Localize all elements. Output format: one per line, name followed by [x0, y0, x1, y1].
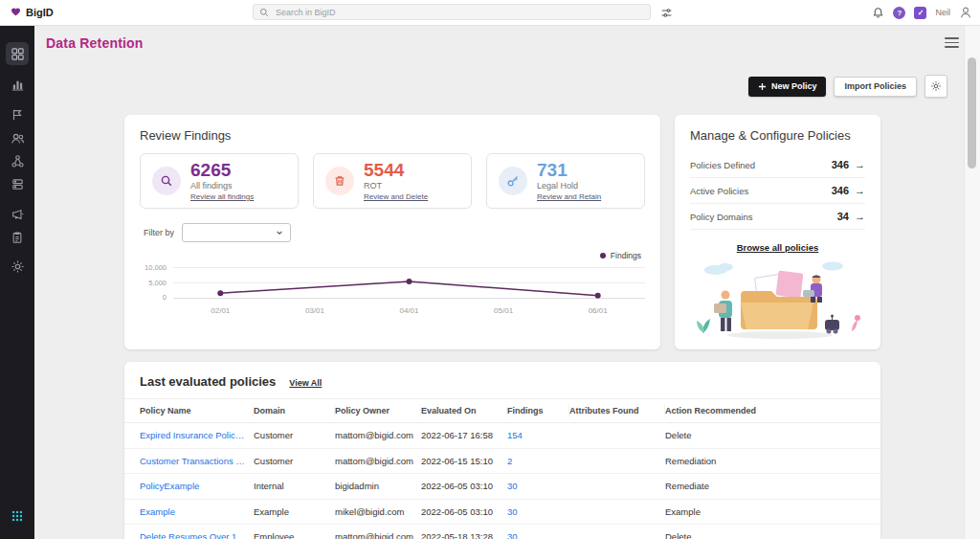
- apps-grid-icon: [11, 509, 24, 523]
- view-all-link[interactable]: View All: [289, 378, 322, 388]
- sidebar-item-settings[interactable]: [6, 255, 29, 278]
- search-icon: [259, 8, 269, 17]
- review-and-delete-link[interactable]: Review and Delete: [364, 192, 428, 201]
- manage-policies-title: Manage & Configure Policies: [675, 115, 880, 143]
- stat-all-findings[interactable]: 6265 All findings Review all findings: [140, 153, 299, 209]
- cell-action: Example: [665, 506, 880, 517]
- manage-policies-card: Manage & Configure Policies Policies Def…: [675, 115, 880, 349]
- sidebar-item-reports[interactable]: [6, 73, 29, 96]
- findings-link[interactable]: 30: [507, 506, 569, 517]
- cell-domain: Example: [254, 506, 335, 517]
- filter-label: Filter by: [144, 228, 174, 237]
- page-title: Data Retention: [46, 35, 144, 51]
- users-icon: [11, 131, 25, 146]
- col-attributes-found[interactable]: Attributes Found: [569, 404, 665, 417]
- trash-icon: [325, 167, 354, 195]
- review-all-findings-link[interactable]: Review all findings: [190, 192, 254, 201]
- policy-settings-button[interactable]: [924, 75, 947, 98]
- findings-link[interactable]: 154: [507, 430, 569, 440]
- policy-domains-row[interactable]: Policy Domains 34→: [690, 204, 865, 230]
- brand[interactable]: BigID: [0, 7, 54, 19]
- cell-action: Remediation: [665, 456, 880, 466]
- help-icon[interactable]: ?: [893, 7, 905, 19]
- x-tick: 04/01: [362, 306, 457, 315]
- table-row[interactable]: Delete Resumes Over 1 Year Old Employee …: [124, 525, 880, 539]
- sidebar-nav: [0, 25, 34, 539]
- col-policy-name[interactable]: Policy Name: [124, 404, 254, 417]
- sidebar-item-alerts[interactable]: [6, 203, 29, 226]
- new-policy-button[interactable]: New Policy: [748, 77, 827, 97]
- findings-link[interactable]: 30: [507, 531, 569, 539]
- col-action-recommended[interactable]: Action Recommended: [665, 404, 880, 417]
- arrow-right-icon: →: [855, 185, 865, 196]
- cell-action: Remediate: [665, 481, 880, 491]
- row-label: Policies Defined: [690, 160, 755, 170]
- cell-domain: Employee: [254, 531, 335, 539]
- review-findings-title: Review Findings: [124, 115, 660, 143]
- findings-link[interactable]: 30: [507, 481, 569, 491]
- col-domain[interactable]: Domain: [254, 404, 335, 417]
- policy-name-link[interactable]: PolicyExample: [124, 481, 254, 491]
- sidebar-item-data-sources[interactable]: [6, 172, 29, 195]
- cell-evaluated: 2022-06-05 03:10: [421, 481, 507, 491]
- user-name: Neil: [935, 8, 950, 17]
- policy-name-link[interactable]: Expired Insurance Policies: [124, 430, 254, 440]
- table-title: Last evaluated policies: [140, 374, 276, 389]
- magnifier-icon: [152, 167, 181, 195]
- cell-evaluated: 2022-06-17 16:58: [421, 430, 507, 440]
- filter-dropdown[interactable]: [182, 223, 291, 242]
- filter-row: Filter by: [124, 209, 660, 242]
- search-input[interactable]: [274, 7, 644, 18]
- x-tick: 05/01: [457, 306, 551, 315]
- col-policy-owner[interactable]: Policy Owner: [335, 404, 421, 417]
- stat-label: ROT: [364, 181, 428, 191]
- col-evaluated-on[interactable]: Evaluated On: [421, 404, 507, 417]
- top-bar: BigID ? ✓ Neil: [0, 0, 980, 26]
- stat-legal-hold[interactable]: 731 Legal Hold Review and Retain: [486, 153, 645, 209]
- sidebar-item-cluster-analysis[interactable]: [6, 149, 29, 172]
- cell-domain: Customer: [254, 430, 335, 440]
- evaluated-policies-card: Last evaluated policies View All Policy …: [124, 362, 880, 539]
- search-filters-icon[interactable]: [658, 5, 674, 20]
- table-row[interactable]: Expired Insurance Policies Customer matt…: [124, 423, 880, 449]
- y-tick: 5,000: [148, 279, 167, 287]
- row-label: Policy Domains: [690, 212, 752, 222]
- cell-owner: bigidadmin: [335, 481, 421, 491]
- chart-plot-area: [173, 267, 645, 298]
- sidebar-item-policies[interactable]: [6, 103, 29, 126]
- row-value: 346: [832, 159, 849, 170]
- sidebar-item-audit[interactable]: [6, 226, 29, 249]
- col-findings[interactable]: Findings: [507, 404, 569, 417]
- review-and-retain-link[interactable]: Review and Retain: [537, 192, 601, 201]
- policies-defined-row[interactable]: Policies Defined 346→: [690, 152, 865, 178]
- tasks-check-icon[interactable]: ✓: [914, 7, 926, 19]
- findings-link[interactable]: 2: [507, 456, 569, 466]
- sidebar-item-identity-access[interactable]: [6, 126, 29, 149]
- table-row[interactable]: Example Example mikel@bigid.com 2022-06-…: [124, 500, 880, 526]
- notifications-bell-icon[interactable]: [872, 7, 884, 19]
- page-scrollbar[interactable]: [964, 25, 980, 539]
- import-policies-button[interactable]: Import Policies: [834, 77, 917, 97]
- flag-icon: [11, 108, 24, 122]
- findings-chart-line: [173, 267, 645, 298]
- table-row[interactable]: PolicyExample Internal bigidadmin 2022-0…: [124, 474, 880, 500]
- sidebar-item-dashboard[interactable]: [6, 42, 29, 65]
- active-policies-row[interactable]: Active Policies 346→: [690, 178, 865, 204]
- page-menu-icon[interactable]: [945, 37, 959, 48]
- findings-stats: 6265 All findings Review all findings 55…: [124, 143, 660, 209]
- policy-name-link[interactable]: Example: [124, 506, 254, 517]
- row-label: Active Policies: [690, 186, 748, 196]
- stat-rot[interactable]: 5544 ROT Review and Delete: [313, 153, 472, 209]
- table-row[interactable]: Customer Transactions Passed Re... Custo…: [124, 449, 880, 475]
- sidebar-item-apps[interactable]: [6, 505, 29, 528]
- y-tick: 0: [163, 293, 167, 302]
- policy-name-link[interactable]: Delete Resumes Over 1 Year Old: [124, 531, 254, 539]
- global-search[interactable]: [253, 4, 651, 20]
- megaphone-icon: [11, 208, 24, 221]
- policy-name-link[interactable]: Customer Transactions Passed Re...: [124, 456, 254, 466]
- user-avatar-icon[interactable]: [959, 6, 972, 19]
- row-value: 346: [832, 185, 849, 196]
- scrollbar-thumb[interactable]: [968, 57, 976, 168]
- browse-all-policies-link[interactable]: Browse all policies: [675, 242, 880, 253]
- x-tick: 03/01: [268, 306, 363, 315]
